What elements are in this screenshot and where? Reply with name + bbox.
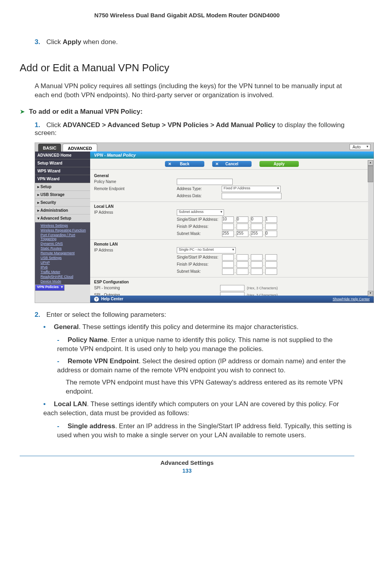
footer-page-number: 133 bbox=[20, 468, 354, 474]
sidebar-advanced-setup[interactable]: ▾ Advanced Setup bbox=[35, 214, 90, 222]
cancel-button[interactable]: ✕Cancel bbox=[212, 161, 252, 167]
local-start-oct4[interactable]: 1 bbox=[265, 216, 277, 223]
remote-finish-oct2[interactable] bbox=[237, 261, 248, 268]
dash-mark: - bbox=[57, 357, 66, 366]
sidebar-advanced-home[interactable]: ADVANCED Home bbox=[35, 152, 90, 159]
back-button[interactable]: ✕Back bbox=[165, 161, 204, 167]
local-start-oct3[interactable]: 0 bbox=[251, 216, 263, 223]
help-label: Help Center bbox=[101, 297, 123, 301]
local-finish-oct2[interactable] bbox=[237, 224, 248, 230]
step-1-num: 1. bbox=[35, 121, 44, 129]
bullet-mark: • bbox=[43, 400, 52, 409]
step-3-text-a: Click bbox=[46, 38, 63, 46]
scrollbar-thumb[interactable] bbox=[368, 166, 373, 182]
label-address-type: Address Type: bbox=[177, 187, 220, 191]
bullet-local-lan-bold: Local LAN bbox=[54, 400, 87, 408]
cancel-label: Cancel bbox=[226, 162, 239, 166]
address-data-input[interactable] bbox=[222, 193, 281, 199]
apply-button[interactable]: Apply bbox=[259, 161, 299, 167]
sidebar-sub-readyshare[interactable]: ReadySHARE Cloud bbox=[41, 274, 90, 279]
sidebar-administration[interactable]: ▸ Administration bbox=[35, 207, 90, 214]
label-spi-in: SPI - Incoming bbox=[94, 286, 177, 290]
scroll-up-icon[interactable]: ▴ bbox=[368, 160, 373, 166]
bullet-mark: • bbox=[43, 323, 52, 332]
hint-spi-in: (Hex, 3 Characters) bbox=[247, 286, 278, 290]
help-toggle[interactable]: Show/Hide Help Center bbox=[333, 297, 370, 301]
section-remote-lan: Remote LAN bbox=[94, 242, 370, 246]
remote-mask-oct4[interactable] bbox=[265, 268, 277, 275]
remote-mask-oct1[interactable] bbox=[222, 268, 234, 275]
sidebar-sub-traffic[interactable]: Traffic Meter bbox=[41, 270, 90, 274]
label-local-ip: IP Address bbox=[94, 210, 177, 214]
auto-select[interactable]: Auto bbox=[350, 144, 370, 150]
bullet-remote-endpoint-note: The remote VPN endpoint must have this V… bbox=[66, 378, 354, 396]
local-finish-oct1[interactable] bbox=[222, 224, 234, 230]
sidebar-wps-wizard[interactable]: WPS Wizard bbox=[35, 167, 90, 175]
scroll-down-icon[interactable]: ▾ bbox=[368, 291, 373, 296]
sidebar-security[interactable]: ▸ Security bbox=[35, 199, 90, 207]
sidebar-sub-repeating[interactable]: Wireless Repeating Function bbox=[41, 228, 90, 233]
sidebar-sub-port[interactable]: Port Forwarding / Port Triggering bbox=[41, 233, 90, 241]
sidebar-sub-remote[interactable]: Remote Management bbox=[41, 251, 90, 255]
remote-start-oct1[interactable] bbox=[222, 254, 234, 261]
sidebar-setup-wizard[interactable]: Setup Wizard bbox=[35, 159, 90, 167]
local-start-oct2[interactable]: 0 bbox=[237, 216, 248, 223]
local-mask-oct3[interactable]: 255 bbox=[251, 231, 263, 237]
remote-start-oct3[interactable] bbox=[251, 254, 263, 261]
bullet-single-address-bold: Single address bbox=[68, 422, 115, 430]
remote-mask-oct3[interactable] bbox=[251, 268, 263, 275]
dash-mark: - bbox=[57, 422, 66, 431]
remote-start-oct4[interactable] bbox=[265, 254, 277, 261]
local-ip-type-select[interactable]: Subnet address bbox=[177, 209, 224, 216]
remote-start-oct2[interactable] bbox=[237, 254, 248, 261]
local-start-oct1[interactable]: 10 bbox=[222, 216, 234, 223]
remote-finish-oct3[interactable] bbox=[251, 261, 263, 268]
step-3-text-b: when done. bbox=[81, 38, 118, 46]
sidebar-usb-storage[interactable]: ▸ USB Storage bbox=[35, 191, 90, 199]
policy-name-input[interactable] bbox=[177, 179, 233, 185]
sidebar-vpn-policies[interactable]: VPN Policies bbox=[35, 285, 65, 291]
remote-ip-type-select[interactable]: Single PC - no Subnet bbox=[177, 247, 236, 253]
sidebar-setup[interactable]: ▸ Setup bbox=[35, 183, 90, 191]
footer-label: Advanced Settings bbox=[20, 459, 354, 466]
sidebar-sub-ddns[interactable]: Dynamic DNS bbox=[41, 241, 90, 246]
remote-finish-oct4[interactable] bbox=[265, 261, 277, 268]
sidebar-sub-static[interactable]: Static Routes bbox=[41, 246, 90, 251]
label-remote-single: Single/Start IP Address: bbox=[177, 255, 220, 259]
label-remote-finish: Finish IP Address: bbox=[177, 262, 220, 266]
label-address-data: Address Data: bbox=[177, 194, 220, 198]
sidebar-sub-ipv6[interactable]: IPv6 bbox=[41, 265, 90, 270]
local-mask-oct4[interactable]: 0 bbox=[265, 231, 277, 237]
shot-tab-bar: BASIC ADVANCED Auto bbox=[35, 143, 374, 152]
bullet-remote-endpoint-bold: Remote VPN Endpoint bbox=[68, 357, 139, 365]
spi-in-input[interactable] bbox=[220, 285, 244, 291]
screenshot-vpn-manual-policy: BASIC ADVANCED Auto ADVANCED Home Setup … bbox=[35, 142, 374, 303]
address-type-select[interactable]: Fixed IP Address bbox=[222, 186, 281, 192]
sidebar-sub-device[interactable]: Device Mode bbox=[41, 279, 90, 284]
bullet-general-bold: General bbox=[54, 323, 79, 331]
sidebar-sub-upnp[interactable]: UPnP bbox=[41, 260, 90, 265]
step-3: 3. Click Apply when done. bbox=[35, 38, 354, 46]
sidebar-vpn-wizard[interactable]: VPN Wizard bbox=[35, 175, 90, 183]
doc-header: N750 Wireless Dual Band Gigabit ADSL Mod… bbox=[20, 12, 354, 18]
bullet-general-rest: . These settings identify this policy an… bbox=[79, 323, 298, 331]
local-mask-oct1[interactable]: 255 bbox=[222, 231, 234, 237]
tab-advanced[interactable]: ADVANCED bbox=[63, 144, 97, 152]
sidebar-sub-usb[interactable]: USB Settings bbox=[41, 255, 90, 260]
section-heading: Add or Edit a Manual VPN Policy bbox=[20, 62, 354, 74]
tab-basic[interactable]: BASIC bbox=[38, 144, 61, 152]
panel-content: General Policy Name Remote EndpointAddre… bbox=[90, 170, 374, 302]
section-esp: ESP Configuration bbox=[94, 280, 370, 284]
bullet-local-lan: • Local LAN. These settings identify whi… bbox=[43, 400, 354, 418]
help-center-bar[interactable]: ?Help Center Show/Hide Help Center bbox=[90, 296, 374, 303]
bullet-policy-name-bold: Policy Name bbox=[68, 336, 107, 344]
local-finish-oct4[interactable] bbox=[265, 224, 277, 230]
sidebar-sub-wireless[interactable]: Wireless Settings bbox=[41, 223, 90, 228]
remote-finish-oct1[interactable] bbox=[222, 261, 234, 268]
intro-paragraph: A Manual VPN policy requires all setting… bbox=[35, 82, 354, 100]
remote-mask-oct2[interactable] bbox=[237, 268, 248, 275]
close-icon: ✕ bbox=[215, 162, 218, 166]
panel: VPN - Manual Policy ✕Back ✕Cancel Apply … bbox=[90, 152, 374, 303]
local-finish-oct3[interactable] bbox=[251, 224, 263, 230]
local-mask-oct2[interactable]: 255 bbox=[237, 231, 248, 237]
